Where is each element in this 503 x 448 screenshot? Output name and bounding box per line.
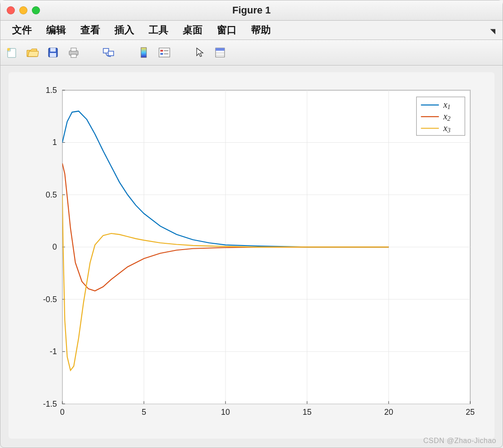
svg-text:10: 10 [221,408,230,417]
svg-rect-12 [160,50,163,52]
axes[interactable]: 0510152025 -1.5-1-0.500.511.5 x1 x2 x3 [9,72,494,439]
menu-desktop[interactable]: 桌面 [176,23,210,37]
svg-point-1 [7,48,10,51]
menu-window[interactable]: 窗口 [210,23,244,37]
svg-text:1: 1 [53,138,57,147]
svg-text:0.5: 0.5 [46,190,57,199]
menu-view[interactable]: 查看 [73,23,107,37]
figure-window: Figure 1 文件 编辑 查看 插入 工具 桌面 窗口 帮助 ◥ [0,0,503,448]
link-axes-button[interactable] [102,46,115,59]
watermark: CSDN @Zhao-Jichao [423,437,496,445]
svg-rect-13 [160,53,163,55]
toolbar [0,40,503,66]
svg-rect-4 [50,53,56,57]
svg-rect-10 [141,48,146,57]
menu-file[interactable]: 文件 [5,23,39,37]
open-file-button[interactable] [26,46,39,59]
svg-rect-6 [71,48,76,51]
menu-help[interactable]: 帮助 [244,23,278,37]
svg-rect-3 [50,48,56,52]
colorbar-button[interactable] [137,46,150,59]
property-inspector-button[interactable] [213,46,227,59]
legend-button[interactable] [158,46,171,59]
minimize-window-button[interactable] [19,6,27,14]
save-button[interactable] [46,46,60,59]
svg-rect-11 [159,48,170,57]
dock-icon[interactable]: ◥ [490,24,498,36]
svg-text:0: 0 [53,242,57,251]
close-window-button[interactable] [7,6,15,14]
window-controls [7,6,40,14]
svg-text:15: 15 [303,408,312,417]
print-button[interactable] [67,46,80,59]
legend[interactable]: x1 x2 x3 [416,97,465,136]
titlebar: Figure 1 [0,0,503,21]
new-figure-button[interactable] [5,46,18,59]
svg-rect-17 [216,48,225,51]
svg-rect-8 [103,48,109,53]
plot-area: 0510152025 -1.5-1-0.500.511.5 x1 x2 x3 [9,72,494,439]
svg-text:25: 25 [466,408,475,417]
svg-text:-1.5: -1.5 [43,400,57,408]
svg-text:-0.5: -0.5 [43,295,57,304]
menu-tools[interactable]: 工具 [141,23,176,37]
window-title: Figure 1 [0,4,503,16]
zoom-window-button[interactable] [32,6,40,14]
svg-rect-9 [108,51,114,56]
svg-text:1.5: 1.5 [46,86,57,95]
edit-plot-cursor-button[interactable] [193,46,206,59]
svg-text:0: 0 [60,408,65,417]
menubar: 文件 编辑 查看 插入 工具 桌面 窗口 帮助 ◥ [0,21,503,40]
menu-insert[interactable]: 插入 [107,23,141,37]
svg-rect-7 [71,54,76,57]
menu-edit[interactable]: 编辑 [39,23,73,37]
svg-text:5: 5 [141,408,146,417]
svg-text:20: 20 [384,408,393,417]
svg-text:-1: -1 [50,347,57,356]
